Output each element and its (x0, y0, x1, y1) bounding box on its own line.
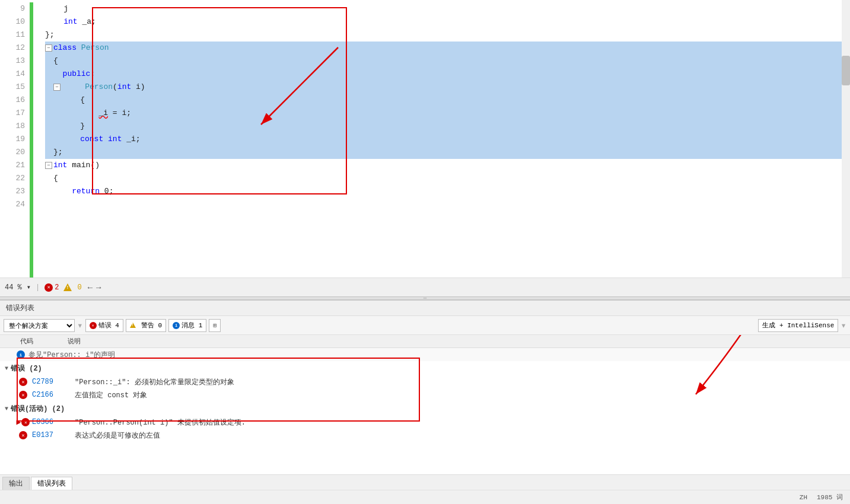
line-numbers: 9 10 11 12 13 14 15 16 17 18 19 20 21 22… (0, 2, 30, 277)
btn-warnings[interactable]: 警告 0 (126, 319, 166, 332)
tab-output-label: 输出 (9, 479, 23, 489)
messages-btn-label: 消息 1 (182, 321, 202, 330)
build-btn-label: 生成 + IntelliSense (762, 321, 834, 330)
prev-arrow[interactable]: ← (87, 283, 94, 292)
panel-title-bar: 错误列表 (0, 301, 850, 316)
warn-btn-icon (130, 323, 136, 328)
error-group-header-1[interactable]: ▼ 错误 (2) (0, 361, 850, 375)
zoom-level: 44 % (5, 283, 22, 292)
fold-btn-12[interactable]: − (45, 44, 52, 52)
info-hint-row: i 参见"Person::_i"的声明 (0, 348, 850, 361)
right-scrollbar[interactable] (842, 0, 850, 277)
tab-output[interactable]: 输出 (2, 477, 30, 490)
bottom-tabs: 输出 错误列表 (0, 474, 850, 490)
next-arrow[interactable]: → (95, 283, 102, 292)
scrollbar-thumb[interactable] (842, 56, 850, 85)
error-panel: 错误列表 整个解决方案 ▾ ✕ 错误 4 警告 0 i 消息 1 ⊞ 生成 + … (0, 300, 850, 490)
status-info-row: ZH 1985 词 (0, 490, 850, 504)
btn-errors[interactable]: ✕ 错误 4 (85, 319, 123, 332)
code-line-18: } (45, 120, 850, 133)
error-code-e0366[interactable]: E0366 (30, 418, 72, 426)
code-lines: j int _a; }; − class Person { public: (43, 2, 850, 277)
error-desc-e0137: 表达式必须是可修改的左值 (72, 430, 850, 441)
error-table-header: 代码 说明 (0, 335, 850, 348)
col-code-header: 代码 (18, 337, 65, 346)
error-count: 2 (55, 283, 59, 292)
group-expand-icon-2: ▼ (5, 406, 8, 412)
modified-bar (30, 2, 33, 277)
code-line-16: { (45, 94, 850, 107)
fold-gutter (34, 2, 43, 277)
error-group-header-2[interactable]: ▼ 错误(活动) (2) (0, 401, 850, 416)
error-table: ▼ 错误 (2) ✕ C2789 "Person::_i": 必须初始化常量限定… (0, 361, 850, 474)
code-line-13: { (45, 55, 850, 68)
error-row-e0366[interactable]: ▶ ✕ E0366 "Person::Person(int i)" 未提供初始值… (0, 416, 850, 429)
error-desc-e0366: "Person::Person(int i)" 未提供初始值设定项: (72, 417, 850, 428)
error-desc-c2166: 左值指定 const 对象 (72, 390, 850, 400)
fold-btn-21[interactable]: − (45, 162, 52, 169)
filter-icon: ⊞ (213, 322, 217, 329)
info-btn-icon: i (173, 322, 180, 329)
group-label-1: 错误 (2) (11, 363, 42, 374)
code-line-9: j (45, 2, 850, 15)
status-bar: 44 % ▾ | ✕ 2 0 ← → (0, 277, 850, 296)
group-label-2: 错误(活动) (2) (11, 404, 65, 414)
error-row-e0137[interactable]: ✕ E0137 表达式必须是可修改的左值 (0, 429, 850, 442)
code-line-20: }; (45, 146, 850, 159)
error-group-1: ▼ 错误 (2) ✕ C2789 "Person::_i": 必须初始化常量限定… (0, 361, 850, 401)
error-icon: ✕ (44, 283, 53, 292)
error-count-badge: ✕ 2 (44, 283, 59, 292)
code-line-11: }; (45, 28, 850, 42)
error-code-e0137[interactable]: E0137 (30, 431, 72, 439)
lang-indicator: ZH (800, 494, 807, 501)
error-desc-c2789: "Person::_i": 必须初始化常量限定类型的对象 (72, 377, 850, 387)
error-list-container: 代码 说明 i 参见"Person::_i"的声明 ▼ 错误 (2) ✕ (0, 335, 850, 474)
error-group-2: ▼ 错误(活动) (2) ▶ ✕ E0366 "Person::Person(i… (0, 401, 850, 442)
group-expand-icon-1: ▼ (5, 365, 8, 372)
code-line-23: return 0; (45, 185, 850, 198)
panel-title: 错误列表 (6, 303, 34, 313)
code-line-19: const int _i; (45, 133, 850, 146)
code-line-10: int _a; (45, 15, 850, 28)
fold-btn-15[interactable]: − (53, 84, 61, 91)
code-line-15: − Person(int i) (45, 81, 850, 94)
tab-error-list-label: 错误列表 (37, 479, 66, 489)
error-btn-icon: ✕ (90, 322, 97, 329)
warn-count-badge: 0 (63, 283, 81, 292)
error-row-icon-e0137: ✕ (19, 431, 27, 439)
warn-count: 0 (77, 283, 81, 292)
btn-filter[interactable]: ⊞ (209, 319, 221, 332)
tab-error-list[interactable]: 错误列表 (31, 477, 72, 490)
scope-select[interactable]: 整个解决方案 (4, 319, 75, 332)
word-count: 1985 词 (817, 493, 843, 502)
error-row-c2166[interactable]: ✕ C2166 左值指定 const 对象 (0, 388, 850, 401)
error-row-icon-c2166: ✕ (19, 391, 27, 399)
code-editor: 9 10 11 12 13 14 15 16 17 18 19 20 21 22… (0, 0, 850, 277)
code-line-12: − class Person (45, 42, 850, 55)
code-line-22: { (45, 172, 850, 185)
error-row-icon-c2789: ✕ (19, 378, 27, 386)
code-line-14: public: (45, 68, 850, 81)
btn-messages[interactable]: i 消息 1 (168, 319, 206, 332)
warnings-btn-label: 警告 0 (141, 321, 162, 330)
col-desc-header: 说明 (65, 337, 850, 346)
error-row-c2789[interactable]: ✕ C2789 "Person::_i": 必须初始化常量限定类型的对象 (0, 375, 850, 388)
btn-build[interactable]: 生成 + IntelliSense (758, 319, 838, 332)
error-code-c2166[interactable]: C2166 (30, 391, 72, 399)
error-row-icon-e0366: ▶ ✕ (17, 417, 30, 427)
code-content: 9 10 11 12 13 14 15 16 17 18 19 20 21 22… (0, 0, 850, 277)
info-hint-icon: i (17, 350, 25, 359)
code-line-17: _i = i; (45, 107, 850, 120)
panel-toolbar: 整个解决方案 ▾ ✕ 错误 4 警告 0 i 消息 1 ⊞ 生成 + Intel… (0, 316, 850, 335)
info-hint-text: 参见"Person::_i"的声明 (28, 350, 115, 360)
code-line-21: − int main() (45, 159, 850, 172)
warn-icon (63, 283, 72, 291)
errors-btn-label: 错误 4 (98, 321, 119, 330)
code-line-24 (45, 198, 850, 211)
navigation-arrows: ← → (87, 283, 103, 292)
error-code-c2789[interactable]: C2789 (30, 378, 72, 386)
